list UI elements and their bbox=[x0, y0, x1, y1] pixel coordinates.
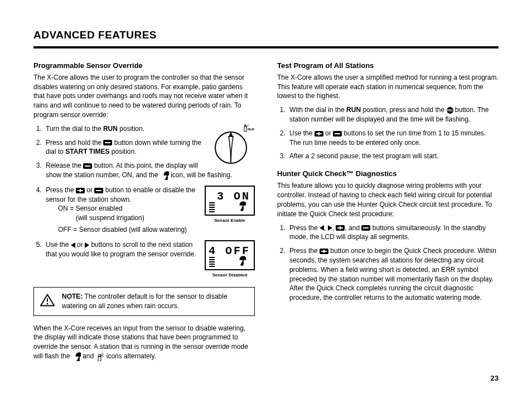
umbrella-icon bbox=[236, 201, 246, 214]
minus-icon bbox=[361, 225, 370, 231]
minus-icon bbox=[333, 131, 342, 137]
r-step-2: Use the or buttons to set the run time f… bbox=[287, 129, 499, 148]
svg-rect-5 bbox=[245, 125, 246, 126]
steps-test-program: With the dial in the RUN position, press… bbox=[277, 105, 499, 161]
right-arrow-icon bbox=[85, 242, 89, 248]
svg-point-7 bbox=[47, 303, 49, 305]
r-step-1: With the dial in the RUN position, press… bbox=[287, 105, 499, 124]
content-columns: Programmable Sensor Override The X-Core … bbox=[33, 61, 499, 366]
left-arrow-icon bbox=[320, 225, 324, 231]
plus-icon bbox=[320, 249, 328, 254]
minus-icon bbox=[83, 163, 92, 169]
plus-icon bbox=[315, 131, 323, 137]
lcd2-caption: Sensor Disabled bbox=[205, 272, 255, 278]
sprinkler-icon bbox=[95, 352, 104, 360]
right-column: Test Program of All Stations The X-Core … bbox=[277, 61, 499, 366]
closing-paragraph: When the X-Core receives an input from t… bbox=[33, 324, 255, 361]
umbrella-icon bbox=[160, 171, 169, 179]
minus-icon bbox=[103, 140, 112, 145]
umbrella-icon bbox=[236, 256, 246, 269]
plus-icon bbox=[76, 188, 85, 193]
intro-sensor-override: The X-Core allows the user to program th… bbox=[33, 73, 255, 120]
note-box: NOTE: The controller default is for the … bbox=[33, 287, 255, 316]
warning-icon bbox=[40, 293, 55, 309]
heading-test-program: Test Program of All Stations bbox=[277, 61, 499, 71]
lcd1-caption: Sensor Enable bbox=[205, 217, 255, 223]
plus-icon bbox=[336, 225, 345, 231]
intro-test-program: The X-Core allows the user a simplified … bbox=[277, 73, 499, 101]
intro-quick-check: This feature allows you to quickly diagn… bbox=[277, 181, 499, 218]
title-rule bbox=[33, 46, 499, 48]
minus-icon bbox=[94, 188, 103, 193]
dial-run-label: RUN bbox=[248, 128, 254, 131]
heading-quick-check: Hunter Quick Check™ Diagnostics bbox=[277, 169, 499, 179]
dial-figure: RUN bbox=[210, 124, 255, 171]
bars-icon bbox=[209, 201, 215, 212]
off-label: OFF = Sensor disabled (will allow wateri… bbox=[58, 225, 255, 235]
heading-sensor-override: Programmable Sensor Override bbox=[33, 61, 255, 71]
umbrella-icon bbox=[72, 352, 81, 360]
prg-icon bbox=[447, 107, 453, 114]
page-number: 23 bbox=[491, 373, 499, 383]
svg-rect-4 bbox=[244, 126, 246, 132]
dial-icon: RUN bbox=[211, 124, 254, 168]
r-step-3: After a 2 second pause, the test program… bbox=[287, 152, 499, 161]
bars-icon bbox=[209, 256, 215, 267]
page-title: ADVANCED FEATURES bbox=[33, 28, 499, 43]
left-column: Programmable Sensor Override The X-Core … bbox=[33, 61, 255, 366]
left-arrow-icon bbox=[71, 242, 75, 248]
right-arrow-icon bbox=[328, 225, 332, 231]
lcd-sensor-enable: 3 ON Sensor Enable bbox=[205, 186, 255, 223]
lcd-sensor-disabled: 4 OFF Sensor Disabled bbox=[205, 240, 255, 278]
q-step-2: Press the button once to begin the Quick… bbox=[287, 246, 499, 303]
q-step-1: Press the , , , and buttons simultaneous… bbox=[287, 223, 499, 242]
steps-quick-check: Press the , , , and buttons simultaneous… bbox=[277, 223, 499, 303]
